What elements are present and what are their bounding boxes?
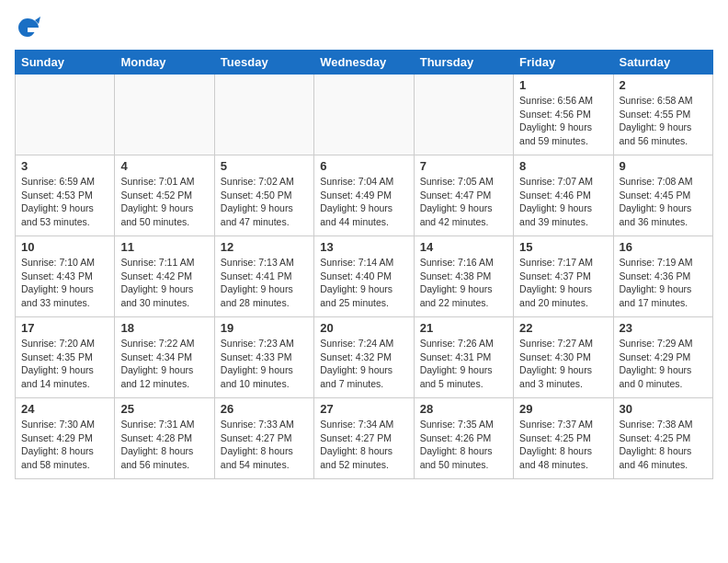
cell-info: Sunrise: 7:29 AM Sunset: 4:29 PM Dayligh… [620,337,707,391]
cell-date: 10 [21,240,108,254]
cell-info: Sunrise: 7:17 AM Sunset: 4:37 PM Dayligh… [519,256,607,310]
week-row-2: 3Sunrise: 6:59 AM Sunset: 4:53 PM Daylig… [16,155,713,236]
cell-1-4 [314,75,414,155]
cell-3-2: 11Sunrise: 7:11 AM Sunset: 4:42 PM Dayli… [115,236,214,317]
cell-5-7: 30Sunrise: 7:38 AM Sunset: 4:25 PM Dayli… [613,398,712,479]
cell-4-3: 19Sunrise: 7:23 AM Sunset: 4:33 PM Dayli… [214,317,313,398]
cell-2-5: 7Sunrise: 7:05 AM Sunset: 4:47 PM Daylig… [414,155,513,236]
cell-3-4: 13Sunrise: 7:14 AM Sunset: 4:40 PM Dayli… [314,236,414,317]
cell-info: Sunrise: 7:11 AM Sunset: 4:42 PM Dayligh… [120,256,208,310]
cell-3-6: 15Sunrise: 7:17 AM Sunset: 4:37 PM Dayli… [514,236,613,317]
cell-1-7: 2Sunrise: 6:58 AM Sunset: 4:55 PM Daylig… [613,75,712,155]
col-header-thursday: Thursday [414,51,513,75]
cell-info: Sunrise: 7:38 AM Sunset: 4:25 PM Dayligh… [620,418,707,472]
cell-1-6: 1Sunrise: 6:56 AM Sunset: 4:56 PM Daylig… [514,75,613,155]
cell-info: Sunrise: 6:58 AM Sunset: 4:55 PM Dayligh… [620,94,707,148]
cell-date: 13 [320,240,407,254]
cell-5-2: 25Sunrise: 7:31 AM Sunset: 4:28 PM Dayli… [115,398,214,479]
week-row-4: 17Sunrise: 7:20 AM Sunset: 4:35 PM Dayli… [16,317,713,398]
cell-date: 8 [519,159,607,173]
logo-icon [15,15,40,40]
cell-date: 9 [620,159,707,173]
cell-3-3: 12Sunrise: 7:13 AM Sunset: 4:41 PM Dayli… [214,236,313,317]
cell-date: 3 [21,159,108,173]
cell-date: 25 [120,402,208,416]
cell-date: 22 [519,321,607,335]
cell-5-6: 29Sunrise: 7:37 AM Sunset: 4:25 PM Dayli… [514,398,613,479]
page: SundayMondayTuesdayWednesdayThursdayFrid… [0,0,728,487]
cell-date: 28 [420,402,507,416]
cell-date: 1 [519,78,607,92]
cell-info: Sunrise: 7:05 AM Sunset: 4:47 PM Dayligh… [420,175,507,229]
cell-date: 15 [519,240,607,254]
cell-date: 11 [120,240,208,254]
cell-4-5: 21Sunrise: 7:26 AM Sunset: 4:31 PM Dayli… [414,317,513,398]
cell-info: Sunrise: 7:19 AM Sunset: 4:36 PM Dayligh… [620,256,707,310]
cell-info: Sunrise: 7:26 AM Sunset: 4:31 PM Dayligh… [420,337,507,391]
cell-info: Sunrise: 7:27 AM Sunset: 4:30 PM Dayligh… [519,337,607,391]
cell-info: Sunrise: 7:34 AM Sunset: 4:27 PM Dayligh… [320,418,407,472]
cell-date: 2 [620,78,707,92]
cell-info: Sunrise: 7:08 AM Sunset: 4:45 PM Dayligh… [620,175,707,229]
cell-date: 30 [620,402,707,416]
col-header-tuesday: Tuesday [214,51,313,75]
cell-date: 19 [221,321,308,335]
cell-info: Sunrise: 7:22 AM Sunset: 4:34 PM Dayligh… [120,337,208,391]
cell-4-1: 17Sunrise: 7:20 AM Sunset: 4:35 PM Dayli… [16,317,115,398]
week-row-5: 24Sunrise: 7:30 AM Sunset: 4:29 PM Dayli… [16,398,713,479]
col-header-wednesday: Wednesday [314,51,414,75]
cell-3-1: 10Sunrise: 7:10 AM Sunset: 4:43 PM Dayli… [16,236,115,317]
cell-date: 14 [420,240,507,254]
calendar-table: SundayMondayTuesdayWednesdayThursdayFrid… [15,50,713,479]
week-row-1: 1Sunrise: 6:56 AM Sunset: 4:56 PM Daylig… [16,75,713,155]
cell-2-6: 8Sunrise: 7:07 AM Sunset: 4:46 PM Daylig… [514,155,613,236]
col-header-saturday: Saturday [613,51,712,75]
col-header-sunday: Sunday [16,51,115,75]
cell-info: Sunrise: 6:56 AM Sunset: 4:56 PM Dayligh… [519,94,607,148]
cell-date: 4 [120,159,208,173]
cell-5-4: 27Sunrise: 7:34 AM Sunset: 4:27 PM Dayli… [314,398,414,479]
cell-4-7: 23Sunrise: 7:29 AM Sunset: 4:29 PM Dayli… [613,317,712,398]
cell-date: 5 [221,159,308,173]
cell-5-1: 24Sunrise: 7:30 AM Sunset: 4:29 PM Dayli… [16,398,115,479]
cell-4-2: 18Sunrise: 7:22 AM Sunset: 4:34 PM Dayli… [115,317,214,398]
cell-2-7: 9Sunrise: 7:08 AM Sunset: 4:45 PM Daylig… [613,155,712,236]
logo [15,15,44,40]
header [15,15,713,40]
cell-5-5: 28Sunrise: 7:35 AM Sunset: 4:26 PM Dayli… [414,398,513,479]
cell-info: Sunrise: 6:59 AM Sunset: 4:53 PM Dayligh… [21,175,108,229]
cell-info: Sunrise: 7:35 AM Sunset: 4:26 PM Dayligh… [420,418,507,472]
cell-4-4: 20Sunrise: 7:24 AM Sunset: 4:32 PM Dayli… [314,317,414,398]
cell-date: 18 [120,321,208,335]
cell-info: Sunrise: 7:31 AM Sunset: 4:28 PM Dayligh… [120,418,208,472]
col-header-monday: Monday [115,51,214,75]
col-header-friday: Friday [514,51,613,75]
cell-date: 24 [21,402,108,416]
week-row-3: 10Sunrise: 7:10 AM Sunset: 4:43 PM Dayli… [16,236,713,317]
cell-info: Sunrise: 7:13 AM Sunset: 4:41 PM Dayligh… [221,256,308,310]
cell-4-6: 22Sunrise: 7:27 AM Sunset: 4:30 PM Dayli… [514,317,613,398]
cell-3-7: 16Sunrise: 7:19 AM Sunset: 4:36 PM Dayli… [613,236,712,317]
cell-info: Sunrise: 7:24 AM Sunset: 4:32 PM Dayligh… [320,337,407,391]
cell-info: Sunrise: 7:07 AM Sunset: 4:46 PM Dayligh… [519,175,607,229]
cell-info: Sunrise: 7:30 AM Sunset: 4:29 PM Dayligh… [21,418,108,472]
cell-date: 26 [221,402,308,416]
cell-1-2 [115,75,214,155]
cell-info: Sunrise: 7:33 AM Sunset: 4:27 PM Dayligh… [221,418,308,472]
cell-3-5: 14Sunrise: 7:16 AM Sunset: 4:38 PM Dayli… [414,236,513,317]
cell-5-3: 26Sunrise: 7:33 AM Sunset: 4:27 PM Dayli… [214,398,313,479]
cell-info: Sunrise: 7:10 AM Sunset: 4:43 PM Dayligh… [21,256,108,310]
cell-date: 17 [21,321,108,335]
cell-2-3: 5Sunrise: 7:02 AM Sunset: 4:50 PM Daylig… [214,155,313,236]
cell-2-1: 3Sunrise: 6:59 AM Sunset: 4:53 PM Daylig… [16,155,115,236]
cell-date: 27 [320,402,407,416]
cell-info: Sunrise: 7:20 AM Sunset: 4:35 PM Dayligh… [21,337,108,391]
cell-1-1 [16,75,115,155]
cell-info: Sunrise: 7:16 AM Sunset: 4:38 PM Dayligh… [420,256,507,310]
header-row: SundayMondayTuesdayWednesdayThursdayFrid… [16,51,713,75]
cell-info: Sunrise: 7:37 AM Sunset: 4:25 PM Dayligh… [519,418,607,472]
cell-date: 20 [320,321,407,335]
cell-1-5 [414,75,513,155]
cell-date: 7 [420,159,507,173]
cell-info: Sunrise: 7:23 AM Sunset: 4:33 PM Dayligh… [221,337,308,391]
